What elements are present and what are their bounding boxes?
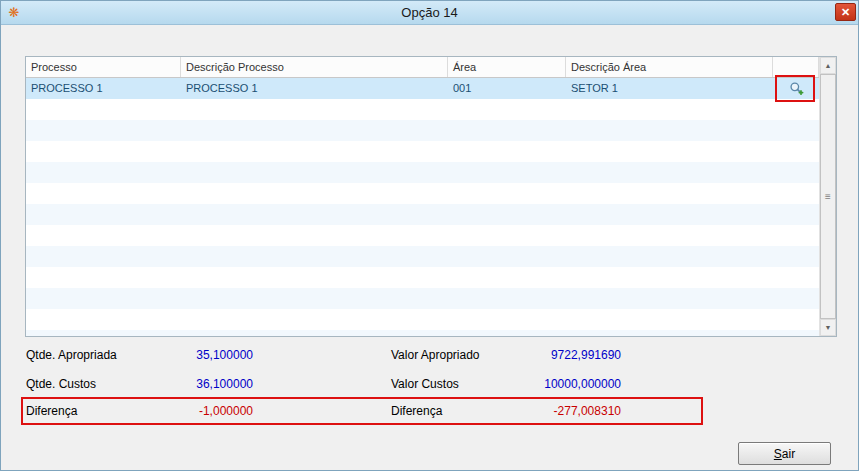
- cell-processo: PROCESSO 1: [26, 78, 181, 99]
- scroll-grip-icon: ≡: [825, 192, 831, 202]
- column-header-descricao-area[interactable]: Descrição Área: [566, 57, 773, 77]
- qtde-apropriada-value: 35,100000: [141, 348, 253, 362]
- close-button[interactable]: ✕: [835, 3, 856, 21]
- qtde-custos-value: 36,100000: [141, 377, 253, 391]
- qtde-custos-label: Qtde. Custos: [26, 377, 96, 391]
- grid-empty-row[interactable]: [26, 204, 819, 225]
- zoom-plus-icon[interactable]: [789, 81, 804, 96]
- valor-custos-value: 10000,000000: [481, 377, 621, 391]
- diferenca-valor-value: -277,008310: [481, 404, 621, 418]
- grid-header: Processo Descrição Processo Área Descriç…: [26, 57, 819, 78]
- column-header-processo[interactable]: Processo: [26, 57, 181, 77]
- grid-empty-row[interactable]: [26, 141, 819, 162]
- sair-label: Sair: [774, 447, 795, 461]
- diferenca-qtde-label: Diferença: [26, 404, 77, 418]
- cell-descricao-area: SETOR 1: [566, 78, 773, 99]
- window-title: Opção 14: [1, 1, 858, 25]
- vertical-scrollbar[interactable]: ▲ ≡ ▼: [819, 57, 836, 336]
- cell-area: 001: [448, 78, 566, 99]
- row-action-cell[interactable]: [773, 78, 819, 99]
- valor-apropriado-value: 9722,991690: [481, 348, 621, 362]
- grid-empty-row[interactable]: [26, 267, 819, 288]
- grid-empty-row[interactable]: [26, 225, 819, 246]
- column-header-descricao-processo[interactable]: Descrição Processo: [181, 57, 448, 77]
- grid-empty-row[interactable]: [26, 288, 819, 309]
- qtde-apropriada-label: Qtde. Apropriada: [26, 348, 117, 362]
- dialog-opcao-14: ❋ Opção 14 ✕ Processo Descrição Processo…: [0, 0, 859, 471]
- diferenca-qtde-value: -1,000000: [141, 404, 253, 418]
- valor-custos-label: Valor Custos: [391, 377, 459, 391]
- sair-button[interactable]: Sair: [738, 442, 831, 465]
- diferenca-valor-label: Diferença: [391, 404, 442, 418]
- grid-empty-row[interactable]: [26, 162, 819, 183]
- column-header-area[interactable]: Área: [448, 57, 566, 77]
- scroll-thumb[interactable]: ≡: [820, 74, 836, 319]
- cell-descricao-processo: PROCESSO 1: [181, 78, 448, 99]
- titlebar[interactable]: ❋ Opção 14 ✕: [1, 1, 858, 25]
- grid-row-selected[interactable]: PROCESSO 1 PROCESSO 1 001 SETOR 1: [26, 78, 819, 99]
- grid-empty-row[interactable]: [26, 246, 819, 267]
- grid-body: PROCESSO 1 PROCESSO 1 001 SETOR 1: [26, 78, 819, 336]
- valor-apropriado-label: Valor Apropriado: [391, 348, 480, 362]
- grid-empty-row[interactable]: [26, 120, 819, 141]
- scroll-down-button[interactable]: ▼: [820, 319, 836, 336]
- scroll-up-button[interactable]: ▲: [820, 57, 836, 74]
- grid-empty-row[interactable]: [26, 309, 819, 330]
- process-grid: Processo Descrição Processo Área Descriç…: [25, 56, 837, 337]
- grid-empty-row[interactable]: [26, 99, 819, 120]
- grid-empty-row[interactable]: [26, 183, 819, 204]
- column-header-actions: [773, 57, 819, 77]
- grid-empty-row[interactable]: [26, 330, 819, 336]
